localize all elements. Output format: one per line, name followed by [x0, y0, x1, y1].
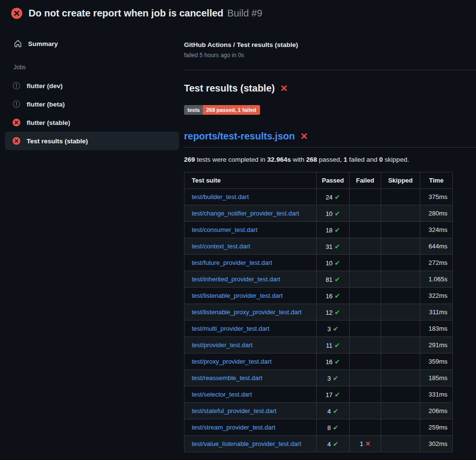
time-cell: 331ms — [420, 386, 453, 403]
failed-cell — [350, 353, 381, 370]
passed-cell: 81✔ — [317, 271, 350, 288]
skipped-cell — [381, 189, 420, 205]
time-cell: 272ms — [420, 255, 453, 271]
test-suite-link[interactable]: test/selector_test.dart — [192, 391, 252, 398]
test-suite-link[interactable]: test/consumer_test.dart — [192, 226, 258, 233]
test-results-table: Test suitePassedFailedSkippedTime test/b… — [184, 172, 453, 452]
failed-cell — [350, 419, 381, 436]
table-row: test/future_provider_test.dart10✔272ms — [184, 255, 453, 271]
test-suite-link[interactable]: test/stream_provider_test.dart — [192, 424, 276, 431]
failed-x-icon: ✕ — [280, 84, 288, 93]
passed-cell: 11✔ — [317, 337, 350, 353]
test-suite-link[interactable]: test/multi_provider_test.dart — [192, 325, 269, 332]
passed-cell: 4✔ — [317, 436, 350, 452]
badge-value: 268 passed, 1 failed — [203, 105, 260, 115]
build-number: Build #9 — [227, 8, 262, 19]
test-suite-link[interactable]: test/reassemble_test.dart — [192, 374, 262, 382]
test-suite-link[interactable]: test/listenable_proxy_provider_test.dart — [192, 308, 302, 316]
failed-cell — [350, 403, 381, 419]
check-icon: ✔ — [333, 424, 338, 431]
column-header-failed: Failed — [350, 172, 381, 189]
failed-cell — [350, 255, 381, 271]
skipped-cell — [381, 205, 420, 222]
test-suite-link[interactable]: test/future_provider_test.dart — [192, 259, 272, 266]
skipped-cell — [381, 436, 420, 452]
failed-cell — [350, 271, 381, 288]
table-row: test/stateful_provider_test.dart4✔206ms — [184, 403, 453, 419]
time-cell: 206ms — [420, 403, 453, 419]
sidebar: Summary Jobs flutter (dev)flutter (beta)… — [0, 26, 184, 150]
test-summary-text: 269 tests were completed in 32.964s with… — [184, 156, 476, 163]
skipped-cell — [381, 353, 420, 370]
skipped-cell — [381, 321, 420, 337]
divider — [184, 70, 476, 70]
table-header-row: Test suitePassedFailedSkippedTime — [184, 172, 453, 189]
time-cell: 311ms — [420, 304, 453, 321]
check-icon: ✔ — [333, 325, 338, 333]
sidebar-job-item-2[interactable]: flutter (beta) — [5, 95, 179, 113]
skipped-cell — [381, 222, 420, 238]
check-icon: ✔ — [333, 407, 338, 415]
table-row: test/context_test.dart31✔644ms — [184, 238, 453, 255]
test-suite-link[interactable]: test/stateful_provider_test.dart — [192, 407, 276, 414]
time-cell: 375ms — [420, 189, 453, 205]
test-suite-link[interactable]: test/value_listenable_provider_test.dart — [192, 440, 301, 447]
time-cell: 359ms — [420, 353, 453, 370]
table-row: test/value_listenable_provider_test.dart… — [184, 436, 453, 452]
time-cell: 183ms — [420, 321, 453, 337]
check-icon: ✔ — [335, 243, 340, 250]
tests-status-badge: tests 268 passed, 1 failed — [184, 105, 260, 115]
skipped-cell — [381, 304, 420, 321]
job-list: flutter (dev)flutter (beta)flutter (stab… — [5, 77, 179, 150]
failed-cell — [350, 370, 381, 386]
test-suite-link[interactable]: test/provider_test.dart — [192, 341, 253, 349]
job-label: flutter (dev) — [27, 82, 62, 90]
passed-cell: 10✔ — [317, 205, 350, 222]
test-suite-link[interactable]: test/inherited_provider_test.dart — [192, 276, 280, 283]
column-header-skipped: Skipped — [381, 172, 420, 189]
passed-cell: 24✔ — [317, 189, 350, 205]
check-icon: ✔ — [335, 308, 340, 316]
test-suite-link[interactable]: test/proxy_provider_test.dart — [192, 358, 272, 365]
sidebar-job-item-3[interactable]: flutter (stable) — [5, 113, 179, 132]
table-row: test/multi_provider_test.dart3✔183ms — [184, 321, 453, 337]
skipped-cell — [381, 386, 420, 403]
run-meta: failed 5 hours ago in 0s — [184, 52, 476, 59]
time-cell: 185ms — [420, 370, 453, 386]
failed-cell — [350, 386, 381, 403]
passed-cell: 12✔ — [317, 304, 350, 321]
page-title: Do not create report when job is cancell… — [29, 8, 223, 19]
job-label: Test results (stable) — [27, 138, 88, 145]
failed-cell — [350, 189, 381, 205]
check-icon: ✔ — [335, 276, 340, 283]
passed-cell: 3✔ — [317, 370, 350, 386]
passed-cell: 17✔ — [317, 386, 350, 403]
neutral-status-icon — [13, 82, 20, 90]
sidebar-job-item-4[interactable]: Test results (stable) — [5, 132, 179, 150]
check-icon: ✔ — [333, 440, 338, 448]
test-suite-link[interactable]: test/context_test.dart — [192, 243, 250, 250]
test-suite-link[interactable]: test/builder_test.dart — [192, 193, 249, 200]
test-suite-link[interactable]: test/change_notifier_provider_test.dart — [192, 210, 299, 217]
failed-cell: 1✕ — [350, 436, 381, 452]
table-row: test/reassemble_test.dart3✔185ms — [184, 370, 453, 386]
column-header-time: Time — [420, 172, 453, 189]
badge-label: tests — [184, 105, 203, 115]
sidebar-item-summary[interactable]: Summary — [5, 38, 179, 49]
check-icon: ✔ — [335, 292, 340, 300]
report-file-link[interactable]: reports/test-results.json — [184, 131, 295, 142]
failed-cell — [350, 205, 381, 222]
table-row: test/provider_test.dart11✔291ms — [184, 337, 453, 353]
home-icon — [14, 40, 22, 47]
check-icon: ✔ — [333, 374, 338, 382]
passed-cell: 3✔ — [317, 321, 350, 337]
skipped-cell — [381, 271, 420, 288]
table-row: test/listenable_provider_test.dart16✔322… — [184, 288, 453, 304]
check-icon: ✔ — [334, 341, 340, 349]
passed-cell: 18✔ — [317, 222, 350, 238]
check-icon: ✔ — [335, 358, 340, 366]
check-icon: ✔ — [335, 391, 340, 399]
skipped-cell — [381, 288, 420, 304]
sidebar-job-item-1[interactable]: flutter (dev) — [5, 77, 179, 95]
test-suite-link[interactable]: test/listenable_provider_test.dart — [192, 292, 283, 299]
